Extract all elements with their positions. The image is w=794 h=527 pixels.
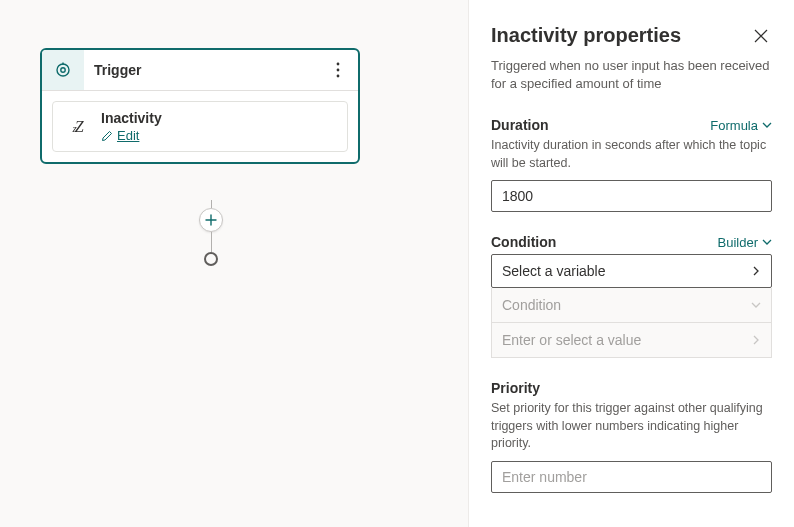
pencil-icon xyxy=(101,130,113,142)
condition-mode-text: Builder xyxy=(718,235,758,250)
svg-point-1 xyxy=(61,68,65,72)
svg-point-3 xyxy=(337,63,340,66)
sleep-icon: zZ xyxy=(63,118,91,136)
trigger-header: Trigger xyxy=(42,50,358,91)
svg-point-5 xyxy=(337,75,340,78)
inactivity-label: Inactivity xyxy=(101,110,162,126)
duration-label: Duration xyxy=(491,117,549,133)
inactivity-item[interactable]: zZ Inactivity Edit xyxy=(52,101,348,152)
condition-operator-text: Condition xyxy=(502,297,561,313)
condition-label: Condition xyxy=(491,234,556,250)
panel-description: Triggered when no user input has been re… xyxy=(491,57,772,93)
duration-field: Duration Formula Inactivity duration in … xyxy=(491,117,772,212)
connector-line xyxy=(211,232,212,252)
chevron-right-icon xyxy=(751,266,761,276)
variable-select-text: Select a variable xyxy=(502,263,606,279)
chevron-down-icon xyxy=(762,237,772,247)
svg-point-4 xyxy=(337,69,340,72)
condition-mode-toggle[interactable]: Builder xyxy=(718,235,772,250)
edit-label-text: Edit xyxy=(117,128,139,143)
duration-mode-text: Formula xyxy=(710,118,758,133)
duration-mode-toggle[interactable]: Formula xyxy=(710,118,772,133)
more-button[interactable] xyxy=(318,50,358,90)
priority-input[interactable] xyxy=(491,461,772,493)
plus-icon xyxy=(205,214,217,226)
connector-line xyxy=(211,200,212,208)
condition-builder-disabled: Condition Enter or select a value xyxy=(491,288,772,358)
trigger-card[interactable]: Trigger zZ Inactivity Edit xyxy=(40,48,360,164)
trigger-body: zZ Inactivity Edit xyxy=(42,91,358,162)
add-node-connector xyxy=(199,200,223,266)
edit-link[interactable]: Edit xyxy=(101,128,162,143)
properties-panel: Inactivity properties Triggered when no … xyxy=(469,0,794,527)
priority-field: Priority Set priority for this trigger a… xyxy=(491,380,772,493)
chevron-right-icon xyxy=(751,335,761,345)
priority-help: Set priority for this trigger against ot… xyxy=(491,400,772,453)
panel-title: Inactivity properties xyxy=(491,24,681,47)
condition-field: Condition Builder Select a variable Cond… xyxy=(491,234,772,358)
end-node xyxy=(204,252,218,266)
more-vertical-icon xyxy=(336,62,340,78)
duration-help: Inactivity duration in seconds after whi… xyxy=(491,137,772,172)
add-node-button[interactable] xyxy=(199,208,223,232)
close-icon xyxy=(754,29,768,43)
chevron-down-icon xyxy=(751,300,761,310)
svg-point-0 xyxy=(57,64,69,76)
condition-value-select: Enter or select a value xyxy=(492,322,771,357)
duration-input[interactable] xyxy=(491,180,772,212)
variable-select[interactable]: Select a variable xyxy=(491,254,772,288)
priority-label: Priority xyxy=(491,380,772,396)
condition-value-text: Enter or select a value xyxy=(502,332,641,348)
condition-operator-select: Condition xyxy=(492,288,771,322)
trigger-icon xyxy=(42,50,84,90)
chevron-down-icon xyxy=(762,120,772,130)
close-button[interactable] xyxy=(750,25,772,47)
trigger-title: Trigger xyxy=(84,50,318,90)
workflow-canvas: Trigger zZ Inactivity Edit xyxy=(0,0,469,527)
